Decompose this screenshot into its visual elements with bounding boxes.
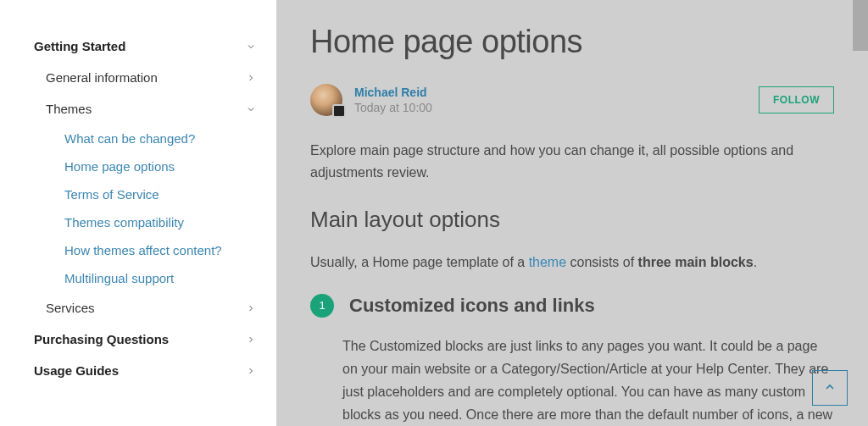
nav-section-getting-started[interactable]: Getting Started	[34, 30, 256, 62]
author-row: Michael Reid Today at 10:00 FOLLOW	[310, 84, 834, 116]
nav-subitem[interactable]: Themes compatibility	[34, 208, 256, 236]
chevron-up-icon	[823, 380, 837, 396]
page-title: Home page options	[310, 24, 834, 60]
nav-section-label: Purchasing Questions	[34, 332, 169, 346]
section-heading: Main layout options	[310, 207, 834, 233]
chevron-down-icon	[246, 41, 256, 52]
main-content: Home page options Michael Reid Today at …	[276, 0, 868, 426]
chevron-right-icon	[246, 73, 256, 83]
chevron-right-icon	[246, 366, 256, 376]
nav-item-services[interactable]: Services	[34, 292, 256, 324]
step-body: The Customized blocks are just links to …	[310, 335, 834, 426]
scroll-to-top-button[interactable]	[812, 370, 848, 406]
nav-subitem[interactable]: Terms of Service	[34, 180, 256, 208]
nav-item-general-information[interactable]: General information	[34, 62, 256, 93]
chevron-right-icon	[246, 303, 256, 313]
scrollbar[interactable]	[853, 0, 868, 51]
nav-section-label: Getting Started	[34, 39, 125, 53]
body-text: Usually, a Home page template of a theme…	[310, 252, 834, 274]
nav-section-usage-guides[interactable]: Usage Guides	[34, 355, 256, 386]
follow-button[interactable]: FOLLOW	[759, 86, 834, 113]
theme-link[interactable]: theme	[529, 255, 566, 269]
nav-section-label: Usage Guides	[34, 363, 119, 378]
nav-subitem[interactable]: How themes affect content?	[34, 236, 256, 264]
timestamp: Today at 10:00	[354, 100, 432, 115]
nav-item-label: Themes	[46, 102, 92, 116]
badge-icon	[332, 104, 346, 118]
step-header: 1 Customized icons and links	[310, 294, 834, 318]
nav-subitem[interactable]: Home page options	[34, 152, 256, 180]
nav-item-label: Services	[46, 301, 95, 315]
chevron-down-icon	[246, 104, 256, 114]
nav-subitem[interactable]: What can be changed?	[34, 124, 256, 152]
step-title: Customized icons and links	[349, 295, 595, 317]
step-number-badge: 1	[310, 294, 334, 318]
sidebar: Getting Started General information Them…	[0, 0, 276, 426]
nav-section-purchasing-questions[interactable]: Purchasing Questions	[34, 324, 256, 355]
chevron-right-icon	[246, 335, 256, 345]
intro-text: Explore main page structure and how you …	[310, 140, 834, 183]
nav-item-label: General information	[46, 70, 158, 85]
nav-subitem[interactable]: Multilingual support	[34, 264, 256, 292]
nav-item-themes[interactable]: Themes	[34, 93, 256, 124]
author-name-link[interactable]: Michael Reid	[354, 85, 432, 100]
avatar	[310, 84, 342, 116]
